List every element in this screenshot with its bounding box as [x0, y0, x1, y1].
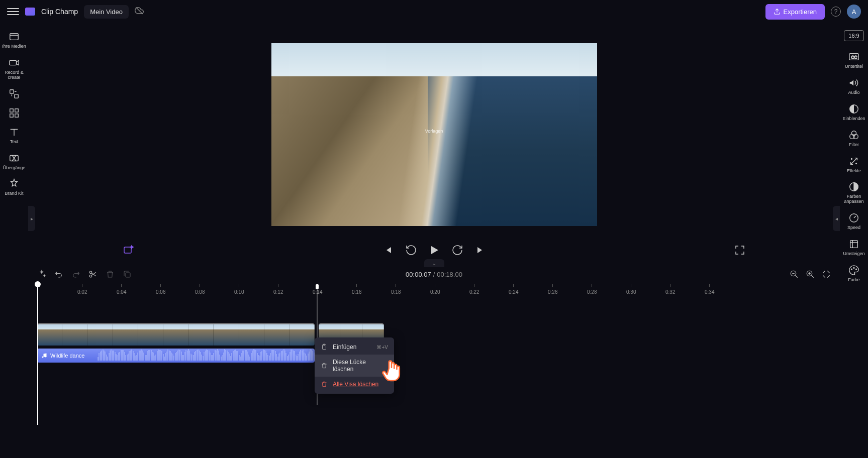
left-rail: Ihre Medien Record & create Text Übergän…	[0, 23, 28, 458]
trash-icon	[321, 362, 328, 369]
topbar: Clip Champ Mein Video Exportieren ? A	[0, 0, 868, 23]
sidebar-item-swap[interactable]	[0, 85, 28, 102]
timeline-zone: ⌄ 00:00.07/00:18.00 0:020:040:060:080:10…	[28, 264, 840, 458]
svg-rect-4	[10, 89, 14, 93]
menu-button[interactable]	[7, 6, 19, 18]
svg-point-31	[42, 357, 44, 358]
right-item-audio[interactable]: Audio	[840, 74, 868, 98]
sidebar-item-templates[interactable]	[0, 104, 28, 122]
timeline-collapse-button[interactable]: ⌄	[424, 259, 444, 267]
auto-caption-icon[interactable]	[123, 244, 135, 256]
app-name: Clip Champ	[41, 8, 78, 16]
sidebar-item-brand[interactable]: Brand Kit	[0, 175, 28, 199]
svg-rect-3	[10, 60, 17, 65]
timeline-tracks: Wildlife dance	[37, 323, 831, 363]
sidebar-item-transitions[interactable]: Übergänge	[0, 150, 28, 174]
preview-overlay-text: Vorlagen	[425, 129, 443, 134]
svg-rect-21	[850, 241, 858, 248]
svg-text:CC: CC	[851, 55, 857, 60]
app-logo	[25, 8, 35, 16]
fullscreen-button[interactable]	[734, 244, 746, 256]
audio-clip-name: Wildlife dance	[50, 353, 84, 359]
svg-point-17	[851, 158, 852, 159]
video-clip-1[interactable]	[37, 323, 315, 346]
split-button[interactable]	[88, 270, 98, 279]
svg-rect-9	[15, 114, 18, 117]
svg-rect-5	[15, 94, 18, 98]
context-menu: Einfügen ⌘+V Diese Lücke löschen Alle Vi…	[315, 337, 394, 394]
video-track	[37, 323, 831, 346]
svg-point-24	[856, 269, 857, 270]
audio-clip[interactable]: Wildlife dance	[37, 349, 315, 363]
svg-rect-8	[10, 114, 13, 117]
trash-icon	[321, 381, 328, 388]
svg-rect-7	[15, 108, 18, 111]
paste-icon	[321, 343, 328, 351]
right-item-color[interactable]: Farbe	[840, 262, 868, 286]
right-item-speed[interactable]: Speed	[840, 209, 868, 234]
project-name[interactable]: Mein Video	[84, 5, 129, 19]
undo-button[interactable]	[54, 270, 63, 279]
svg-point-32	[45, 356, 47, 358]
svg-rect-6	[10, 108, 13, 111]
right-item-effects[interactable]: Effekte	[840, 153, 868, 177]
right-rail: 16:9 CC Untertitel Audio Einblenden Filt…	[840, 23, 868, 458]
player-controls	[123, 240, 746, 260]
sidebar-item-media[interactable]: Ihre Medien	[0, 28, 28, 52]
timeline-toolbar: 00:00.07/00:18.00	[28, 264, 840, 284]
sidebar-item-text[interactable]: Text	[0, 124, 28, 148]
svg-line-0	[136, 7, 143, 14]
next-frame-button[interactable]	[474, 244, 487, 256]
right-item-transform[interactable]: Umsteigen	[840, 236, 868, 260]
svg-rect-28	[126, 273, 130, 277]
svg-rect-2	[10, 34, 19, 40]
svg-rect-25	[124, 247, 131, 253]
zoom-fit-button[interactable]	[822, 270, 831, 279]
magic-icon[interactable]	[37, 270, 46, 279]
right-item-adjust-colors[interactable]: Farben anpassen	[840, 178, 868, 207]
help-button[interactable]: ?	[831, 7, 841, 17]
music-icon	[41, 353, 47, 359]
rewind-button[interactable]	[405, 244, 417, 256]
preview-area: Vorlagen	[28, 23, 840, 264]
preview-canvas[interactable]: Vorlagen	[271, 43, 597, 226]
cloud-off-icon	[135, 6, 144, 17]
timeline-time: 00:00.07/00:18.00	[406, 271, 462, 278]
playhead[interactable]	[37, 284, 38, 425]
delete-button[interactable]	[106, 270, 115, 279]
right-item-filter[interactable]: Filter	[840, 127, 868, 151]
forward-button[interactable]	[451, 244, 463, 256]
export-button[interactable]: Exportieren	[765, 4, 825, 20]
redo-button[interactable]	[71, 270, 80, 279]
zoom-out-button[interactable]	[790, 270, 799, 279]
prev-frame-button[interactable]	[382, 244, 394, 256]
svg-point-23	[853, 268, 854, 269]
copy-button[interactable]	[123, 270, 132, 279]
play-button[interactable]	[428, 244, 440, 256]
sidebar-item-record[interactable]: Record & create	[0, 54, 28, 83]
svg-point-22	[851, 269, 852, 270]
ctx-delete-gap[interactable]: Diese Lücke löschen	[315, 355, 394, 377]
timeline-ruler[interactable]: 0:020:040:060:080:100:120:140:160:180:20…	[37, 284, 831, 298]
ctx-delete-all[interactable]: Alle Visa löschen	[315, 377, 394, 392]
aspect-ratio-button[interactable]: 16:9	[844, 30, 863, 41]
zoom-in-button[interactable]	[806, 270, 815, 279]
right-item-fade[interactable]: Einblenden	[840, 100, 868, 125]
ctx-paste[interactable]: Einfügen ⌘+V	[315, 339, 394, 355]
svg-point-18	[856, 163, 857, 164]
avatar[interactable]: A	[847, 5, 861, 19]
right-item-captions[interactable]: CC Untertitel	[840, 48, 868, 72]
